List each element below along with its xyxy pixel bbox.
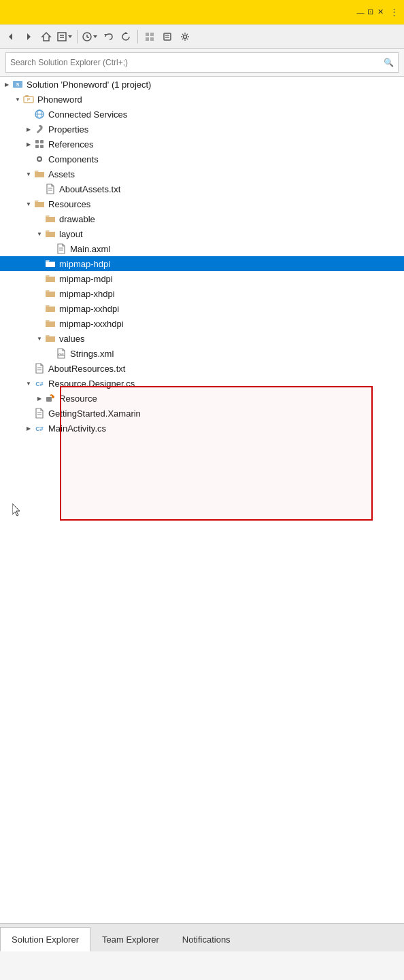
tree-item-getting-started[interactable]: GettingStarted.Xamarin bbox=[0, 406, 404, 421]
item-icon bbox=[45, 213, 56, 224]
refresh-button[interactable] bbox=[118, 29, 134, 45]
properties-button[interactable] bbox=[159, 29, 175, 45]
svg-rect-14 bbox=[146, 37, 149, 41]
tree-item-layout[interactable]: ▼ layout bbox=[0, 226, 404, 241]
svg-text:XML: XML bbox=[58, 353, 65, 357]
expand-arrow[interactable]: ▶ bbox=[24, 124, 33, 135]
tree-item-properties[interactable]: ▶ Properties bbox=[0, 122, 404, 137]
tree-item-mipmap-xhdpi[interactable]: mipmap-xhdpi bbox=[0, 286, 404, 301]
title-bar: — ⊡ ✕ ⋮ bbox=[0, 0, 404, 24]
item-label: Assets bbox=[48, 169, 75, 179]
expand-arrow[interactable]: ▶ bbox=[24, 423, 33, 434]
bottom-tab-notifications[interactable]: Notifications bbox=[171, 927, 242, 951]
item-label: drawable bbox=[59, 214, 95, 224]
item-icon bbox=[34, 169, 45, 179]
tree-item-about-resources[interactable]: AboutResources.txt bbox=[0, 361, 404, 376]
svg-rect-29 bbox=[40, 140, 44, 143]
svg-rect-3 bbox=[58, 33, 66, 41]
expand-arrow[interactable]: ▼ bbox=[24, 198, 33, 209]
title-bar-controls: — ⊡ ✕ ⋮ bbox=[355, 7, 399, 18]
item-label: Strings.xml bbox=[70, 349, 114, 359]
tree-item-strings-xml[interactable]: XML Strings.xml bbox=[0, 346, 404, 361]
bottom-tab-solution-explorer[interactable]: Solution Explorer bbox=[0, 927, 90, 951]
tree-item-drawable[interactable]: drawable bbox=[0, 211, 404, 226]
settings-button[interactable] bbox=[177, 29, 193, 45]
tree-item-phoneword[interactable]: ▼ P Phoneword bbox=[0, 92, 404, 107]
expand-arrow[interactable]: ▼ bbox=[24, 169, 33, 179]
item-label: Connected Services bbox=[48, 109, 127, 120]
item-icon: C# bbox=[34, 378, 45, 389]
item-label: Resources bbox=[48, 199, 90, 209]
tree-item-main-activity[interactable]: ▶ C# MainActivity.cs bbox=[0, 421, 404, 436]
expand-arrow[interactable]: ▶ bbox=[24, 139, 33, 150]
tree-item-about-assets[interactable]: AboutAssets.txt bbox=[0, 181, 404, 196]
item-icon bbox=[45, 303, 56, 314]
more-button[interactable]: ⋮ bbox=[390, 7, 399, 17]
svg-point-43 bbox=[52, 396, 54, 398]
tree-item-solution[interactable]: ▶ S Solution 'Phoneword' (1 project) bbox=[0, 77, 404, 92]
item-icon bbox=[45, 318, 56, 329]
tree-item-resource-node[interactable]: ▶ Resource bbox=[0, 391, 404, 406]
close-button[interactable]: ✕ bbox=[375, 7, 386, 18]
show-all-files-button[interactable] bbox=[141, 29, 158, 45]
tree-item-mipmap-xxhdpi[interactable]: mipmap-xxhdpi bbox=[0, 301, 404, 316]
svg-point-33 bbox=[38, 158, 41, 160]
tree-item-resource-designer[interactable]: ▼ C# Resource.Designer.cs bbox=[0, 376, 404, 391]
tree-item-components[interactable]: Components bbox=[0, 152, 404, 167]
back-button[interactable] bbox=[3, 29, 19, 45]
item-label: mipmap-hdpi bbox=[59, 259, 110, 269]
new-solution-dropdown[interactable] bbox=[56, 29, 73, 45]
tree-item-mipmap-hdpi[interactable]: mipmap-hdpi bbox=[0, 256, 404, 271]
search-input[interactable] bbox=[10, 58, 384, 67]
forward-button[interactable] bbox=[20, 29, 37, 45]
tree-item-mipmap-mdpi[interactable]: mipmap-mdpi bbox=[0, 271, 404, 286]
tree-item-main-axml[interactable]: Main.axml bbox=[0, 241, 404, 256]
tree-item-mipmap-xxxhdpi[interactable]: mipmap-xxxhdpi bbox=[0, 316, 404, 331]
svg-rect-16 bbox=[164, 33, 171, 40]
bottom-tab-team-explorer[interactable]: Team Explorer bbox=[90, 927, 171, 951]
expand-arrow[interactable]: ▼ bbox=[35, 333, 44, 344]
item-icon bbox=[45, 258, 56, 269]
tree-item-resources[interactable]: ▼ Resources bbox=[0, 196, 404, 211]
expand-arrow[interactable]: ▶ bbox=[35, 393, 44, 404]
expand-arrow[interactable]: ▼ bbox=[14, 94, 22, 105]
tree-container[interactable]: ▶ S Solution 'Phoneword' (1 project)▼ P … bbox=[0, 77, 404, 951]
svg-marker-6 bbox=[68, 35, 72, 38]
svg-text:C#: C# bbox=[35, 381, 44, 387]
tree-item-assets[interactable]: ▼ Assets bbox=[0, 167, 404, 181]
svg-rect-42 bbox=[46, 397, 52, 402]
item-icon: S bbox=[12, 79, 23, 90]
item-label: mipmap-xhdpi bbox=[59, 289, 115, 299]
item-label: AboutAssets.txt bbox=[59, 184, 120, 194]
tree-item-connected-services[interactable]: Connected Services bbox=[0, 107, 404, 122]
expand-arrow[interactable]: ▼ bbox=[35, 228, 44, 239]
undo-button[interactable] bbox=[100, 29, 116, 45]
float-button[interactable]: ⊡ bbox=[367, 7, 373, 16]
svg-rect-30 bbox=[35, 145, 39, 148]
expand-arrow[interactable]: ▶ bbox=[3, 79, 11, 90]
item-icon bbox=[45, 273, 56, 284]
tree-item-values[interactable]: ▼ values bbox=[0, 331, 404, 346]
svg-text:S: S bbox=[16, 82, 20, 87]
history-dropdown[interactable] bbox=[81, 29, 99, 45]
svg-rect-15 bbox=[150, 37, 154, 41]
home-button[interactable] bbox=[38, 29, 54, 45]
search-bar[interactable]: 🔍 bbox=[5, 52, 399, 73]
toolbar bbox=[0, 24, 404, 49]
item-icon bbox=[34, 363, 45, 374]
item-label: Components bbox=[48, 154, 99, 164]
item-label: Phoneword bbox=[37, 94, 82, 105]
separator-1 bbox=[77, 30, 78, 43]
search-container: 🔍 bbox=[0, 49, 404, 77]
expand-arrow[interactable]: ▼ bbox=[24, 378, 33, 389]
item-label: References bbox=[48, 139, 93, 150]
svg-rect-31 bbox=[40, 145, 44, 148]
main-content: — ⊡ ✕ ⋮ bbox=[0, 0, 404, 951]
item-icon bbox=[34, 124, 45, 135]
item-label: Main.axml bbox=[70, 244, 110, 254]
item-icon bbox=[45, 333, 56, 344]
pin-button[interactable]: — bbox=[355, 7, 366, 18]
search-icon: 🔍 bbox=[384, 58, 394, 67]
item-icon bbox=[34, 139, 45, 150]
tree-item-references[interactable]: ▶ References bbox=[0, 137, 404, 152]
